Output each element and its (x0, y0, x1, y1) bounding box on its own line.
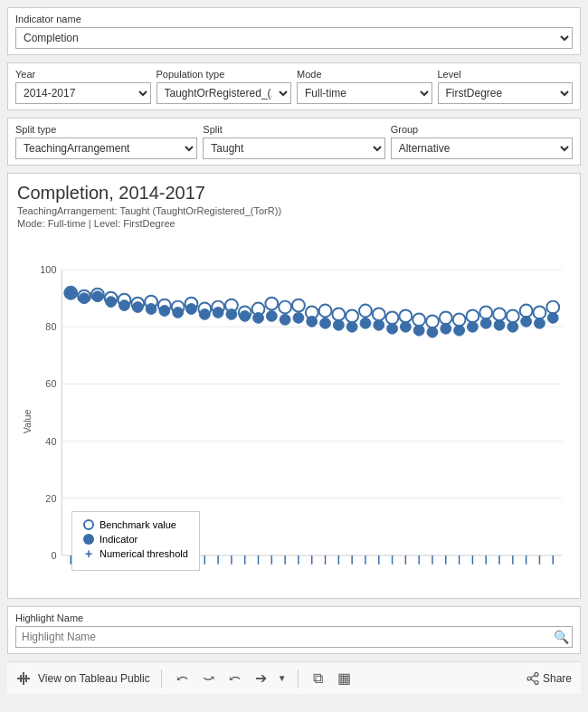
population-select[interactable]: TaughtOrRegistered_(... (156, 82, 292, 104)
share-label: Share (543, 672, 572, 685)
year-select[interactable]: 2014-2017 (15, 82, 151, 104)
svg-point-83 (493, 309, 506, 321)
svg-point-68 (292, 299, 305, 312)
svg-text:20: 20 (45, 493, 56, 504)
svg-point-123 (535, 318, 545, 328)
svg-point-81 (467, 309, 479, 322)
svg-point-88 (65, 288, 76, 299)
svg-point-130 (535, 680, 538, 684)
svg-point-90 (92, 291, 103, 302)
mode-select[interactable]: Full-time (297, 82, 432, 104)
svg-point-98 (199, 309, 210, 319)
chart-subtitle1: TeachingArrangement: Taught (TaughtOrReg… (17, 205, 571, 216)
level-cell: Level FirstDegree (438, 69, 574, 104)
svg-line-132 (531, 675, 535, 678)
split-select[interactable]: Taught (203, 138, 384, 159)
highlight-panel: Highlight Name 🔍 (7, 606, 581, 654)
svg-point-66 (265, 298, 278, 310)
svg-point-71 (332, 309, 345, 321)
svg-point-75 (386, 311, 399, 324)
svg-point-117 (454, 325, 465, 336)
embed-button[interactable]: ▦ (334, 668, 355, 688)
bottom-toolbar: View on Tableau Public ⤺ ⤻ ⤺ ➔ ▼ ⧉ ▦ Sha… (7, 661, 581, 694)
svg-point-76 (399, 309, 412, 322)
fullscreen-button[interactable]: ⧉ (309, 669, 327, 688)
chart-legend: Benchmark value Indicator + Numerical th… (71, 511, 200, 571)
redo-button-1[interactable]: ⤻ (199, 668, 218, 688)
svg-point-99 (213, 308, 223, 318)
svg-point-92 (119, 300, 130, 311)
svg-point-74 (373, 309, 385, 321)
svg-point-72 (346, 309, 358, 322)
benchmark-label: Benchmark value (100, 519, 176, 530)
split-cell: Split Taught (203, 124, 384, 159)
svg-point-110 (360, 318, 371, 328)
indicator-icon (83, 534, 94, 545)
population-cell: Population type TaughtOrRegistered_(... (156, 69, 292, 104)
mode-cell: Mode Full-time (297, 69, 432, 104)
main-container: Indicator name Completion Year 2014-2017… (0, 0, 588, 701)
svg-text:60: 60 (45, 378, 56, 389)
split-type-label: Split type (15, 124, 197, 135)
svg-point-96 (173, 308, 184, 318)
highlight-input[interactable] (15, 626, 573, 648)
filter-row-2: Split type TeachingArrangement Split Tau… (7, 118, 581, 166)
chart-subtitle2: Mode: Full-time | Level: FirstDegree (17, 218, 571, 229)
svg-point-111 (374, 319, 384, 330)
svg-point-86 (534, 307, 546, 319)
mode-label: Mode (297, 69, 432, 80)
legend-benchmark: Benchmark value (83, 519, 188, 530)
split-type-cell: Split type TeachingArrangement (15, 124, 197, 159)
indicator-legend-label: Indicator (100, 534, 138, 545)
share-button[interactable]: Share (526, 672, 572, 685)
split-label: Split (203, 124, 384, 135)
svg-point-67 (279, 301, 291, 314)
redo-button-2[interactable]: ➔ (251, 668, 270, 688)
svg-rect-128 (25, 675, 27, 682)
svg-line-133 (531, 679, 535, 682)
svg-point-82 (479, 307, 492, 319)
indicator-panel: Indicator name Completion (7, 7, 581, 55)
svg-point-73 (359, 305, 372, 318)
svg-point-122 (521, 316, 532, 327)
chart-panel: Completion, 2014-2017 TeachingArrangemen… (7, 173, 581, 599)
svg-text:40: 40 (45, 436, 56, 447)
undo-button-1[interactable]: ⤺ (173, 668, 192, 688)
svg-rect-127 (20, 675, 22, 682)
svg-point-129 (535, 672, 538, 676)
group-label: Group (391, 124, 573, 135)
svg-point-100 (226, 309, 237, 319)
svg-point-91 (106, 297, 117, 308)
svg-rect-126 (17, 678, 30, 679)
split-type-select[interactable]: TeachingArrangement (15, 138, 197, 159)
indicator-select[interactable]: Completion (15, 27, 573, 49)
svg-point-70 (319, 305, 332, 318)
legend-indicator: Indicator (83, 534, 188, 545)
chart-title: Completion, 2014-2017 (17, 183, 571, 204)
undo-button-2[interactable]: ⤺ (225, 668, 244, 688)
year-label: Year (15, 69, 151, 80)
tableau-logo-icon (16, 671, 31, 686)
indicator-label: Indicator name (15, 14, 573, 24)
share-icon (526, 672, 539, 685)
level-select[interactable]: FirstDegree (438, 82, 574, 104)
highlight-label: Highlight Name (15, 612, 573, 623)
chart-area: Value 0 20 40 60 80 10 (17, 236, 571, 589)
svg-point-114 (413, 325, 424, 336)
svg-point-108 (333, 319, 344, 330)
svg-point-131 (527, 677, 531, 680)
svg-point-119 (480, 318, 491, 328)
svg-point-103 (266, 310, 277, 321)
highlight-search-icon[interactable]: 🔍 (554, 630, 569, 644)
svg-point-101 (240, 310, 251, 321)
level-label: Level (438, 69, 574, 80)
svg-point-84 (507, 309, 519, 322)
svg-point-94 (146, 304, 156, 315)
svg-point-78 (426, 315, 439, 328)
year-cell: Year 2014-2017 (15, 69, 151, 104)
population-label: Population type (156, 69, 292, 80)
svg-text:80: 80 (45, 321, 56, 332)
svg-point-77 (413, 313, 425, 326)
group-select[interactable]: Alternative (391, 138, 573, 159)
svg-point-112 (387, 323, 398, 334)
